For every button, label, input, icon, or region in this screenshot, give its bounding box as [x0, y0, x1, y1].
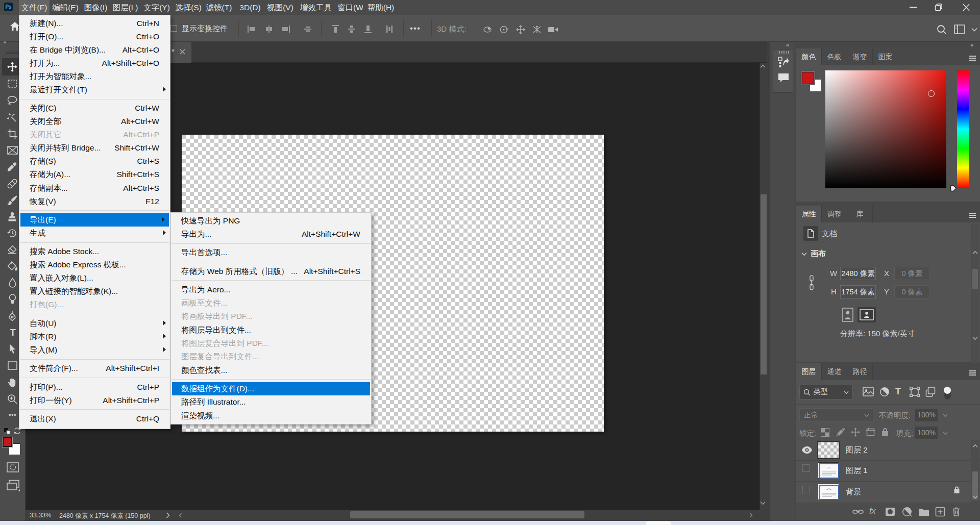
svg-text:~*~: ~*~ — [826, 488, 831, 491]
svg-text:~*~: ~*~ — [826, 466, 831, 469]
